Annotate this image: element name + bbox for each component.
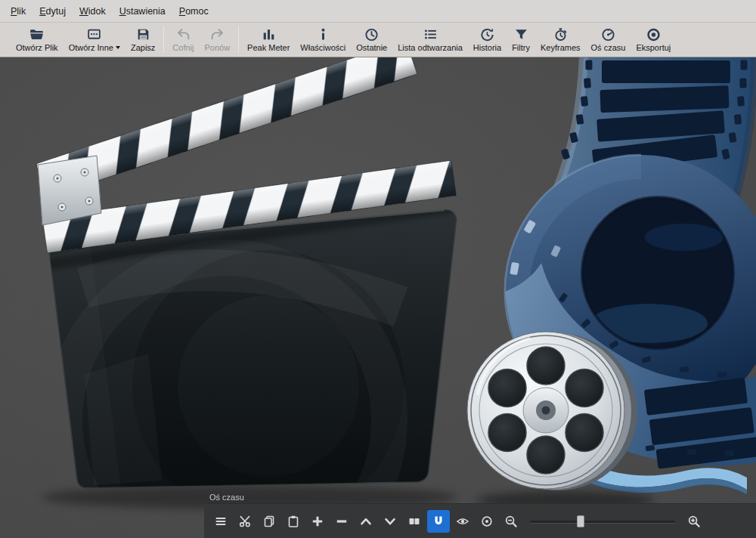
paste-icon	[287, 515, 300, 528]
peak-meter-icon	[261, 26, 277, 42]
open-other-label: Otwórz Inne	[69, 43, 113, 52]
menu-edytuj[interactable]: Edytuj	[33, 2, 73, 20]
properties-button[interactable]: Właściwości	[295, 23, 351, 57]
info-icon	[315, 26, 331, 42]
zoom-slider-track[interactable]	[530, 521, 675, 523]
menu-icon	[214, 515, 228, 528]
redo-button: Ponów	[199, 23, 235, 57]
toolbar-separator	[238, 26, 239, 53]
open-other-icon	[86, 26, 102, 42]
timeline-zoom-out-button[interactable]	[500, 510, 522, 533]
scissors-icon	[238, 515, 252, 528]
menubar: Plik Edytuj Widok Ustawienia Pomoc	[0, 0, 756, 23]
export-label: Eksportuj	[636, 43, 671, 52]
filters-button[interactable]: Filtry	[507, 23, 535, 57]
toolbar-separator	[163, 26, 164, 53]
clapperboard-film-artwork	[0, 57, 756, 538]
timeline-split-button[interactable]	[403, 510, 426, 533]
copy-icon	[262, 515, 276, 528]
timeline-ripple-delete-button[interactable]	[330, 510, 353, 533]
filter-funnel-icon	[513, 26, 529, 42]
menu-pomoc[interactable]: Pomoc	[172, 2, 215, 20]
export-button[interactable]: Eksportuj	[631, 23, 676, 57]
recent-label: Ostatnie	[356, 43, 387, 52]
stopwatch-icon	[553, 26, 569, 42]
redo-icon	[209, 26, 225, 42]
target-icon	[480, 515, 494, 528]
undo-icon	[175, 26, 191, 42]
open-file-label: Otwórz Plik	[16, 43, 58, 52]
redo-label: Ponów	[204, 43, 230, 52]
history-button[interactable]: Historia	[468, 23, 507, 57]
export-record-icon	[646, 26, 662, 42]
timeline-clock-icon	[600, 26, 616, 42]
save-icon	[135, 26, 151, 42]
timeline-toolbar	[204, 503, 756, 538]
undo-button: Cofnij	[167, 23, 199, 57]
history-label: Historia	[473, 43, 501, 52]
eye-icon	[456, 515, 469, 528]
timeline-append-button[interactable]	[306, 510, 329, 533]
properties-label: Właściwości	[300, 43, 345, 52]
chevron-down-icon	[383, 515, 397, 528]
save-label: Zapisz	[131, 43, 155, 52]
timeline-copy-button[interactable]	[258, 510, 280, 533]
timeline-snap-toggle[interactable]	[427, 510, 450, 533]
undo-label: Cofnij	[172, 43, 194, 52]
app-window: Plik Edytuj Widok Ustawienia Pomoc Otwór…	[0, 0, 756, 538]
dropdown-arrow-icon	[116, 46, 120, 49]
peak-meter-label: Peak Meter	[247, 43, 290, 52]
timeline-toggle-button[interactable]: Oś czasu	[586, 23, 631, 57]
keyframes-button[interactable]: Keyframes	[535, 23, 586, 57]
timeline-panel-title: Oś czasu	[204, 490, 756, 503]
magnet-icon	[432, 515, 445, 528]
menu-plik[interactable]: Plik	[4, 2, 33, 20]
keyframes-label: Keyframes	[541, 43, 581, 52]
timeline-paste-button[interactable]	[282, 510, 305, 533]
filters-label: Filtry	[512, 43, 530, 52]
main-toolbar: Otwórz Plik Otwórz Inne Zapisz	[0, 23, 756, 57]
plus-icon	[311, 515, 324, 528]
peak-meter-button[interactable]: Peak Meter	[242, 23, 295, 57]
menu-widok[interactable]: Widok	[73, 2, 113, 20]
timeline-menu-button[interactable]	[209, 510, 232, 533]
clock-icon	[364, 26, 380, 42]
playlist-icon	[423, 26, 438, 42]
zoom-slider-handle[interactable]	[577, 515, 584, 527]
minus-icon	[335, 515, 349, 528]
timeline-zoom-in-button[interactable]	[683, 510, 705, 533]
history-icon	[479, 26, 495, 42]
open-file-button[interactable]: Otwórz Plik	[11, 23, 64, 57]
zoom-in-icon	[687, 515, 701, 528]
timeline-scrub-toggle[interactable]	[451, 510, 474, 533]
timeline-zoom-slider[interactable]	[528, 510, 677, 533]
save-button[interactable]: Zapisz	[125, 23, 160, 57]
chevron-up-icon	[359, 515, 373, 528]
playlist-label: Lista odtwarzania	[398, 43, 463, 52]
timeline-lift-button[interactable]	[355, 510, 377, 533]
zoom-out-icon	[504, 515, 518, 528]
recent-button[interactable]: Ostatnie	[351, 23, 392, 57]
timeline-center-playhead-button[interactable]	[476, 510, 498, 533]
timeline-cut-button[interactable]	[234, 510, 256, 533]
split-icon	[407, 515, 421, 528]
timeline-toggle-label: Oś czasu	[591, 43, 626, 52]
open-other-button[interactable]: Otwórz Inne	[64, 23, 125, 57]
clapper-hinge	[38, 156, 101, 225]
menu-ustawienia[interactable]: Ustawienia	[113, 2, 172, 20]
timeline-overwrite-button[interactable]	[379, 510, 401, 533]
timeline-panel: Oś czasu	[204, 490, 756, 538]
open-file-icon	[29, 26, 45, 42]
playlist-button[interactable]: Lista odtwarzania	[392, 23, 468, 57]
